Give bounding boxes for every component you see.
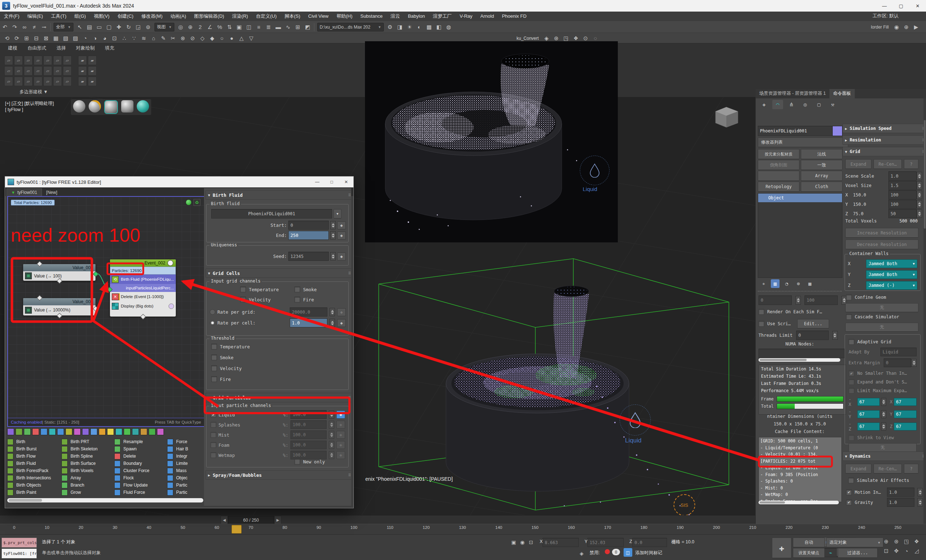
ribbon-button[interactable]: ▱ bbox=[44, 66, 52, 76]
depot-tab-icon[interactable] bbox=[132, 428, 139, 435]
mist-percent-field[interactable]: 100.0 bbox=[291, 430, 327, 439]
cache-file-content-list[interactable]: [GRID: 500 000 cells, 1- Liquid/Temperat… bbox=[758, 437, 842, 502]
menu-item[interactable]: 编辑(E) bbox=[24, 13, 47, 20]
depot-item[interactable]: Mass bbox=[167, 467, 203, 474]
tyflow-minimize-button[interactable]: — bbox=[310, 177, 324, 188]
depot-item[interactable]: Birth Fluid bbox=[7, 460, 51, 467]
tool-icon[interactable]: ∵ bbox=[129, 34, 139, 43]
depot-tab-icon[interactable] bbox=[49, 428, 56, 435]
wall-z-dropdown[interactable]: Jammed (-)▼ bbox=[866, 281, 917, 290]
object-color-swatch[interactable] bbox=[832, 126, 843, 136]
birth-fluid-picker-dropdown[interactable]: ▼ bbox=[333, 209, 342, 218]
auto-key-button[interactable]: 自动 bbox=[793, 537, 825, 547]
menu-item[interactable]: V-Ray bbox=[456, 14, 477, 19]
shrink-none-button[interactable]: 无 bbox=[849, 443, 917, 452]
ribbon-panel-label[interactable]: 多边形建模 ▼ bbox=[20, 89, 48, 95]
threshold-smoke-checkbox[interactable] bbox=[211, 354, 217, 360]
end-wire-button[interactable]: ◈ bbox=[337, 232, 346, 239]
rate-per-grid-field[interactable]: 20000.0 bbox=[290, 307, 327, 316]
dynamics-recenter-button[interactable]: Re-Cen… bbox=[873, 464, 902, 474]
new-only-checkbox[interactable] bbox=[294, 459, 300, 465]
unlink-selection-icon[interactable]: ≠ bbox=[29, 23, 39, 32]
key-filter-icon[interactable]: ⌁ bbox=[826, 548, 835, 557]
depot-item[interactable]: Birth Spline bbox=[62, 453, 98, 460]
tool-icon[interactable]: ⌂ bbox=[149, 34, 159, 43]
selection-filter-combo[interactable]: 全部▼ bbox=[53, 23, 73, 32]
mirror-icon[interactable]: ◫ bbox=[244, 23, 254, 32]
create-tab-icon[interactable]: ✚ bbox=[758, 100, 769, 109]
rollout-dynamics[interactable]: ▼Dynamics⠿ bbox=[843, 451, 926, 461]
anim-start-field[interactable]: 0 bbox=[758, 295, 792, 305]
tool-icon[interactable]: ⟳ bbox=[12, 34, 22, 43]
splashes-channel-checkbox[interactable] bbox=[210, 422, 216, 428]
cloth-button[interactable]: Cloth bbox=[801, 182, 843, 192]
select-and-link-icon[interactable]: ∞ bbox=[20, 23, 29, 32]
align-icon[interactable]: ≡ bbox=[254, 23, 264, 32]
hierarchy-tab-icon[interactable]: ⋔ bbox=[786, 100, 797, 109]
tab-scene-explorer[interactable]: 场景资源管理器 - 层资源管理器 1 bbox=[756, 89, 829, 98]
modify-tab-icon[interactable]: ◠ bbox=[772, 100, 783, 109]
menu-item[interactable]: Babylon bbox=[404, 14, 429, 19]
grid-expand-button[interactable]: Expand bbox=[845, 159, 872, 169]
depot-tab-icon[interactable] bbox=[24, 428, 31, 435]
render-last-icon[interactable]: ▶ bbox=[911, 23, 921, 32]
project-path-combo[interactable]: D:\xu_xu\Do…ds Max 202▼ bbox=[317, 23, 384, 32]
voxel-size-field[interactable]: 1.5 bbox=[888, 181, 917, 190]
depot-item[interactable]: Resample bbox=[114, 438, 150, 445]
depot-item[interactable]: Flow Update bbox=[114, 481, 150, 489]
grid-fire-checkbox[interactable] bbox=[294, 297, 300, 303]
tool-icon[interactable]: ◆ bbox=[207, 34, 217, 43]
depot-item[interactable]: Force bbox=[167, 438, 203, 445]
absolute-mode-icon[interactable]: ⊡ bbox=[527, 538, 535, 546]
track-bar[interactable]: 0102030405060708090100110120130140150160… bbox=[0, 524, 926, 535]
simulate-air-effects-checkbox[interactable] bbox=[848, 478, 854, 483]
motion-inertia-checkbox[interactable]: ✔ bbox=[846, 489, 852, 495]
blank-modifier-button[interactable] bbox=[758, 171, 799, 181]
frame-number-display[interactable]: 60 / 250 bbox=[228, 516, 274, 524]
redo-icon[interactable]: ↷ bbox=[10, 23, 20, 32]
depot-tab-icon[interactable] bbox=[115, 428, 122, 435]
expand-dont-shrink-checkbox[interactable] bbox=[849, 379, 854, 385]
zoom-icon[interactable]: ⊕ bbox=[881, 537, 891, 546]
selection-lock-icon[interactable]: ◉ bbox=[518, 538, 527, 546]
wetmap-percent-field[interactable]: 100.0 bbox=[291, 451, 327, 459]
ribbon-button[interactable]: ▱ bbox=[63, 66, 72, 76]
menu-item[interactable]: 组(G) bbox=[71, 13, 90, 20]
shrink-to-view-checkbox[interactable] bbox=[849, 435, 854, 440]
dynamics-help-button[interactable]: ? bbox=[904, 464, 918, 474]
tool-icon[interactable]: ▧ bbox=[61, 34, 71, 43]
depot-item[interactable]: Birth ForestPack bbox=[7, 467, 51, 474]
render-vray-icon[interactable]: ⊕ bbox=[902, 23, 911, 32]
percent-snap-toggle-icon[interactable]: % bbox=[215, 23, 225, 32]
rollout-grid-cells[interactable]: ▼Grid Cells⠿ bbox=[206, 268, 351, 278]
depot-item[interactable]: Birth Voxels bbox=[62, 467, 98, 474]
liquid-wire-button[interactable]: ◈ bbox=[336, 410, 345, 419]
ribbon-button[interactable]: ▱ bbox=[53, 56, 62, 65]
zoom-extents-all-icon[interactable]: ❖ bbox=[912, 537, 921, 546]
tyflow-maximize-button[interactable]: □ bbox=[324, 177, 339, 188]
depot-item[interactable]: Delete bbox=[114, 453, 150, 460]
tab-tyflow001[interactable]: ▼tyFlow001 bbox=[6, 188, 42, 196]
ribbon-button[interactable]: ▰ bbox=[88, 77, 97, 86]
select-and-move-icon[interactable]: ✚ bbox=[114, 23, 124, 32]
add-time-tag[interactable]: 添加时间标记 bbox=[635, 550, 662, 556]
retopology-button[interactable]: Retopology bbox=[758, 182, 799, 192]
gravity-field[interactable]: 1.0 bbox=[887, 498, 914, 507]
depot-item[interactable]: Partic bbox=[167, 481, 203, 489]
depot-tab-icon[interactable] bbox=[41, 428, 47, 435]
start-wire-button[interactable]: ◈ bbox=[337, 221, 346, 229]
wetmap-channel-checkbox[interactable] bbox=[210, 452, 216, 458]
seed-field[interactable]: 12345 bbox=[288, 252, 329, 261]
depot-item[interactable]: Birth PRT bbox=[62, 438, 98, 445]
depot-tab-icon[interactable] bbox=[74, 428, 81, 435]
ribbon-button[interactable]: ▱ bbox=[24, 66, 33, 76]
coord-z-field[interactable]: 0.0 bbox=[632, 538, 667, 547]
cascade-simulator-checkbox[interactable] bbox=[846, 314, 852, 320]
cache-scrollbar[interactable] bbox=[758, 501, 839, 504]
menu-item[interactable]: 视图(V) bbox=[90, 13, 113, 20]
shading-box-icon[interactable] bbox=[121, 100, 133, 112]
tool-icon[interactable]: ≋ bbox=[139, 34, 149, 43]
depot-tab-icon[interactable] bbox=[15, 428, 23, 435]
pos-z-field[interactable]: 67 bbox=[894, 422, 917, 430]
event-lightbulb-icon[interactable] bbox=[168, 260, 173, 266]
